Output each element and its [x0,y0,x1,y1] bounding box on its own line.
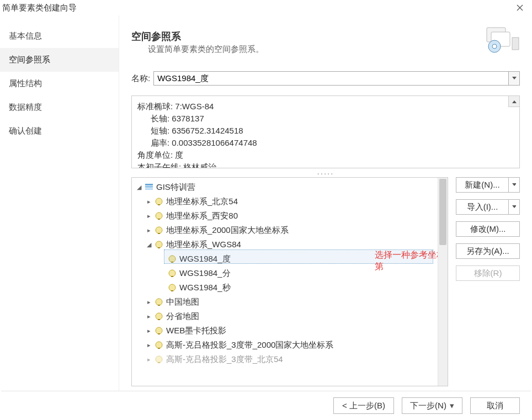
tree-leaf-wgs84-sec[interactable]: WGS1984_秒 [132,280,448,295]
svg-rect-11 [158,219,160,220]
footer: < 上一步(B) 下一步(N)▾ 取消 [0,391,532,420]
saveas-button[interactable]: 另存为(A)... [456,243,520,259]
database-icon [144,182,154,192]
tree-item-label: 地理坐标系_西安80 [166,211,238,221]
globe-icon [167,268,177,278]
cancel-button-label: 取消 [487,401,503,411]
sidebar-item-basic[interactable]: 基本信息 [0,24,119,48]
sidebar-item-confirm[interactable]: 确认创建 [0,119,119,143]
tree-item-label: 地理坐标系_2000国家大地坐标系 [166,225,289,236]
tree-node[interactable]: ▸中国地图 [132,295,448,309]
sidebar-item-srs[interactable]: 空间参照系 [0,48,119,72]
prev-button[interactable]: < 上一步(B) [333,397,394,414]
tree-leaf-wgs84-min[interactable]: WGS1984_分 [132,266,448,280]
major-value: 6378137 [172,114,204,123]
tree-item-label: WGS1984_分 [179,268,231,279]
tree-item-label: WGS1984_度 [179,254,231,264]
svg-point-20 [169,284,175,291]
content: 空间参照系 设置简单要素类的空间参照系。 名称: 标准椭球: 7:WGS-84 … [119,15,532,391]
prev-button-label: < 上一步(B) [342,401,385,411]
import-button-dropdown[interactable] [509,199,520,215]
collapse-icon: ◢ [135,184,143,191]
svg-point-18 [169,270,175,277]
svg-rect-23 [158,305,160,306]
svg-rect-19 [171,276,173,277]
globe-icon [154,240,164,249]
scroll-thumb[interactable] [439,179,446,245]
button-column: 新建(N)... 导入(I)... 修改(M)... 另存为(A)... 移除(… [456,177,520,386]
tree-node-wgs84[interactable]: ◢地理坐标系_WGS84 [132,237,448,252]
page-subtitle: 设置简单要素类的空间参照系。 [148,44,520,55]
svg-rect-13 [158,233,160,234]
header-graphic [483,25,522,54]
tree-scrollbar[interactable] [438,178,448,386]
tree-node[interactable]: ▸地理坐标系_北京54 [132,194,448,209]
tree-item-label: 高斯-克吕格投影_3度带_2000国家大地坐标系 [166,340,333,350]
lower-pane: ◢ GIS特训营 ▸地理坐标系_北京54 ▸地理坐标系_西安80 ▸地理坐标系_… [131,177,520,386]
globe-icon [154,311,164,321]
tree-item-label: 高斯-克吕格投影_3度带_北京54 [166,354,283,365]
name-dropdown[interactable] [509,71,520,86]
new-button[interactable]: 新建(N)... [456,177,509,193]
titlebar: 简单要素类创建向导 [0,0,532,15]
tree-node[interactable]: ▸分省地图 [132,309,448,323]
expand-icon: ▸ [145,342,153,349]
svg-point-10 [156,212,162,219]
pm-value: 格林威治 [183,162,216,168]
srs-tree[interactable]: ◢ GIS特训营 ▸地理坐标系_北京54 ▸地理坐标系_西安80 ▸地理坐标系_… [131,177,448,386]
ellipsoid-label: 标准椭球: [137,102,173,111]
tree-node[interactable]: ▸高斯-克吕格投影_3度带_2000国家大地坐标系 [132,338,448,352]
tree-leaf-wgs84-deg[interactable]: WGS1984_度 [132,252,448,266]
expand-icon: ▸ [145,356,153,363]
svg-rect-15 [158,247,160,248]
tree-root[interactable]: ◢ GIS特训营 [132,180,448,194]
expand-icon: ▸ [145,299,153,306]
svg-point-26 [156,327,162,334]
next-button-label: 下一步(N) [410,401,446,411]
modify-button[interactable]: 修改(M)... [456,221,520,237]
svg-point-16 [169,256,175,262]
globe-icon [154,297,164,307]
angle-value: 度 [175,150,183,160]
caret-up-icon [512,100,517,103]
next-button[interactable]: 下一步(N)▾ [402,397,462,414]
globe-icon [167,283,177,293]
svg-rect-17 [171,262,173,263]
svg-rect-6 [145,186,153,188]
import-button[interactable]: 导入(I)... [456,199,509,215]
expand-icon: ▸ [145,313,153,320]
svg-point-3 [492,44,497,49]
pm-label: 本初子午线: [137,162,181,168]
ellipsoid-value: 7:WGS-84 [175,102,214,111]
expand-icon: ▸ [145,198,153,205]
tree-node[interactable]: ▸WEB墨卡托投影 [132,323,448,338]
name-label: 名称: [131,73,150,84]
tree-node[interactable]: ▸高斯-克吕格投影_3度带_北京54 [132,352,448,366]
cancel-button[interactable]: 取消 [470,397,520,414]
chevron-down-icon [512,77,517,80]
svg-rect-21 [171,290,173,291]
name-input[interactable] [153,71,509,86]
new-button-dropdown[interactable] [509,177,520,193]
info-scroll-up[interactable] [508,96,519,107]
sidebar: 基本信息 空间参照系 属性结构 数据精度 确认创建 [0,15,119,391]
svg-rect-5 [145,184,153,185]
main-layout: 基本信息 空间参照系 属性结构 数据精度 确认创建 空间参照系 设置简单要素类的… [0,15,532,391]
tree-item-label: WGS1984_秒 [179,283,231,293]
sidebar-item-attr[interactable]: 属性结构 [0,72,119,95]
close-icon [517,4,523,11]
svg-point-22 [156,299,162,305]
svg-rect-7 [145,188,153,190]
tree-node[interactable]: ▸地理坐标系_2000国家大地坐标系 [132,223,448,237]
import-button-group: 导入(I)... [456,199,520,215]
sidebar-item-precision[interactable]: 数据精度 [0,95,119,119]
splitter-handle[interactable]: ····· [131,168,520,177]
svg-point-14 [156,241,162,248]
angle-label: 角度单位: [137,150,173,160]
tree-node[interactable]: ▸地理坐标系_西安80 [132,209,448,223]
svg-rect-27 [158,333,160,334]
page-title: 空间参照系 [131,30,520,43]
close-button[interactable] [510,0,530,15]
svg-point-30 [156,356,162,363]
remove-button[interactable]: 移除(R) [456,265,520,281]
